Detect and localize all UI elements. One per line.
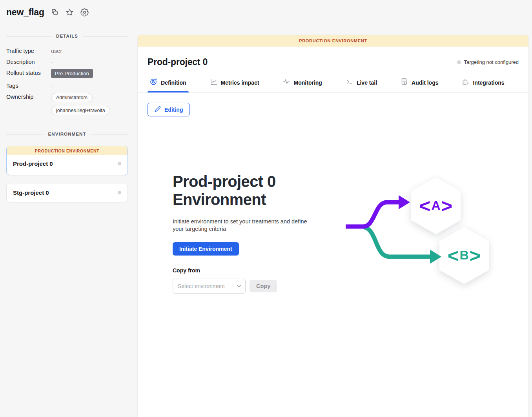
- tags-label: Tags: [6, 82, 51, 89]
- tags-value: -: [51, 82, 53, 89]
- production-environment-banner: PRODUCTION ENVIRONMENT: [138, 35, 528, 47]
- copy-from-label: Copy from: [173, 267, 330, 274]
- chevron-down-icon: [232, 283, 245, 289]
- terminal-icon: [346, 78, 353, 87]
- targeting-status: Targeting not configured: [457, 59, 519, 65]
- detail-row-traffic-type: Traffic type user: [6, 47, 128, 54]
- flag-title: new_flag: [6, 7, 44, 18]
- targeting-status-text: Targeting not configured: [464, 59, 519, 65]
- status-dot: [457, 60, 461, 64]
- details-list: Traffic type user Description - Rollout …: [6, 47, 128, 115]
- tab-label: Definition: [161, 80, 186, 86]
- detail-row-rollout-status: Rollout status Pre-Production: [6, 69, 128, 78]
- editing-button[interactable]: Editing: [148, 103, 190, 116]
- copy-icon[interactable]: [51, 8, 59, 17]
- tab-label: Audit logs: [412, 80, 438, 86]
- environment-card-name: Prod-project 0: [13, 160, 53, 167]
- gear-icon[interactable]: [80, 8, 89, 17]
- tab-label: Live tail: [357, 80, 377, 86]
- tab-bar: Definition Metrics impact Monitoring: [138, 78, 528, 92]
- star-icon[interactable]: [66, 8, 74, 17]
- chart-line-icon: [210, 78, 217, 87]
- owner-pill[interactable]: johannes.liegl+travolta: [51, 106, 110, 115]
- environment-card-stg[interactable]: Stg-project 0: [6, 183, 128, 202]
- rollout-status-badge: Pre-Production: [51, 69, 93, 78]
- detail-row-ownership: Ownership Administrators johannes.liegl+…: [6, 93, 128, 115]
- status-dot: [118, 191, 121, 194]
- ab-split-illustration: < A > < B >: [341, 174, 494, 292]
- traffic-type-value: user: [51, 47, 62, 54]
- hero-description: Initiate environment to set your treatme…: [173, 218, 319, 233]
- copy-button[interactable]: Copy: [250, 280, 277, 292]
- hero-title: Prod-project 0 Environment: [173, 173, 330, 208]
- editing-button-label: Editing: [164, 107, 183, 113]
- environment-section: ENVIRONMENT PRODUCTION ENVIRONMENT Prod-…: [6, 132, 128, 202]
- description-label: Description: [6, 58, 51, 65]
- status-dot: [118, 162, 121, 165]
- variant-b-label: < B >: [441, 244, 488, 267]
- environment-card-list: PRODUCTION ENVIRONMENT Prod-project 0 St…: [6, 146, 128, 202]
- document-search-icon: [401, 78, 408, 87]
- tab-monitoring[interactable]: Monitoring: [281, 78, 324, 92]
- tab-audit-logs[interactable]: Audit logs: [398, 78, 441, 92]
- split-arrows-graphic: [341, 174, 494, 292]
- environment-title: Prod-project 0: [148, 57, 208, 67]
- environment-section-heading: ENVIRONMENT: [6, 132, 128, 136]
- copy-from-environment-select[interactable]: Select environment: [173, 279, 246, 294]
- target-edit-icon: [150, 78, 157, 87]
- variant-a-label: < A >: [412, 194, 459, 218]
- sidebar: DETAILS Traffic type user Description - …: [6, 34, 128, 202]
- detail-row-description: Description -: [6, 58, 128, 65]
- environment-hero: Prod-project 0 Environment Initiate envi…: [173, 173, 494, 294]
- rollout-status-label: Rollout status: [6, 69, 51, 76]
- tab-definition[interactable]: Definition: [148, 78, 189, 92]
- detail-row-tags: Tags -: [6, 82, 128, 89]
- initiate-environment-button[interactable]: Initiate Environment: [173, 242, 239, 256]
- ownership-pill-list: Administrators johannes.liegl+travolta: [51, 93, 110, 115]
- tab-metrics-impact[interactable]: Metrics impact: [208, 78, 262, 92]
- puzzle-icon: [462, 78, 469, 87]
- select-placeholder: Select environment: [173, 283, 232, 289]
- main-panel: PRODUCTION ENVIRONMENT Prod-project 0 Ta…: [138, 35, 528, 417]
- pulse-icon: [283, 78, 290, 87]
- page-header: new_flag: [6, 7, 89, 18]
- tab-label: Monitoring: [294, 80, 322, 86]
- environment-card-prod[interactable]: PRODUCTION ENVIRONMENT Prod-project 0: [6, 146, 128, 175]
- owner-pill[interactable]: Administrators: [51, 93, 93, 102]
- details-section-heading: DETAILS: [6, 34, 128, 38]
- tab-label: Integrations: [473, 80, 504, 86]
- tab-live-tail[interactable]: Live tail: [343, 78, 379, 92]
- tab-integrations[interactable]: Integrations: [459, 78, 506, 92]
- ownership-label: Ownership: [6, 93, 51, 100]
- environment-card-name: Stg-project 0: [13, 189, 49, 196]
- production-environment-banner: PRODUCTION ENVIRONMENT: [7, 146, 128, 155]
- panel-header: Prod-project 0 Targeting not configured: [138, 47, 528, 67]
- pencil-icon: [155, 106, 161, 113]
- details-heading-label: DETAILS: [56, 34, 78, 38]
- traffic-type-label: Traffic type: [6, 47, 51, 54]
- environment-heading-label: ENVIRONMENT: [48, 132, 86, 136]
- tab-label: Metrics impact: [221, 80, 259, 86]
- description-value: -: [51, 58, 53, 65]
